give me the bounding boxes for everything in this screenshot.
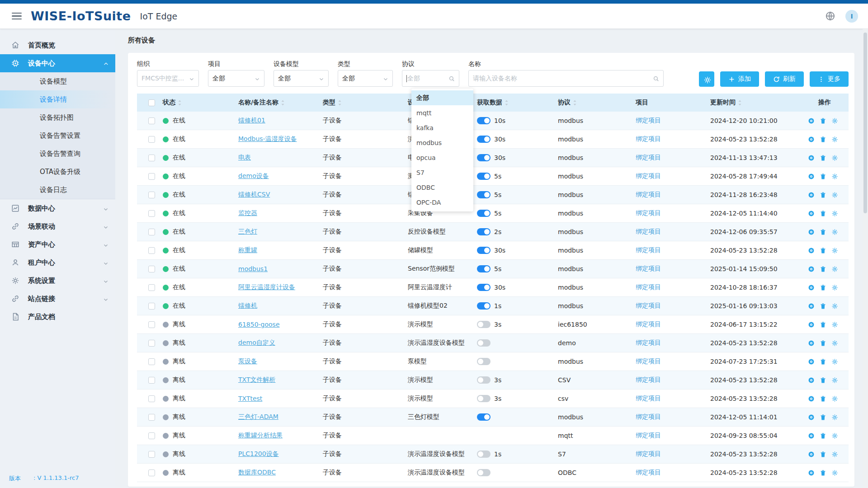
device-name-link[interactable]: demo设备 <box>238 172 269 179</box>
table-settings-button[interactable] <box>699 71 714 87</box>
more-button[interactable]: 更多 <box>810 71 849 87</box>
get-data-toggle[interactable] <box>477 154 491 161</box>
column-header[interactable]: 更新时间 <box>710 99 807 107</box>
view-icon[interactable] <box>808 229 815 235</box>
view-icon[interactable] <box>808 414 815 421</box>
row-checkbox[interactable] <box>148 395 155 402</box>
scrollbar-thumb[interactable] <box>863 33 867 213</box>
sidebar-item-7[interactable]: 站点链接 <box>0 290 115 308</box>
view-icon[interactable] <box>808 340 815 347</box>
device-name-link[interactable]: 泵设备 <box>238 357 257 365</box>
bind-project-link[interactable]: 绑定项目 <box>636 376 661 383</box>
filter-select[interactable]: 全部 <box>402 70 459 87</box>
bind-project-link[interactable]: 绑定项目 <box>636 413 661 420</box>
sidebar-item-2[interactable]: 数据中心 <box>0 199 115 217</box>
column-header[interactable]: 状态 <box>163 99 238 107</box>
view-icon[interactable] <box>808 284 815 291</box>
column-header[interactable]: 协议 <box>558 99 636 107</box>
delete-icon[interactable] <box>820 266 826 272</box>
get-data-toggle[interactable] <box>477 469 491 476</box>
sidebar-subitem[interactable]: 设备模型 <box>0 72 115 90</box>
row-checkbox[interactable] <box>148 358 155 365</box>
sort-icon[interactable] <box>281 99 285 106</box>
device-name-link[interactable]: 电表 <box>238 154 251 161</box>
filter-select[interactable]: 全部 <box>338 70 393 87</box>
get-data-toggle[interactable] <box>477 450 491 458</box>
avatar[interactable]: I <box>845 10 858 23</box>
delete-icon[interactable] <box>820 321 826 328</box>
dropdown-option[interactable]: kafka <box>411 120 473 135</box>
sidebar-subitem[interactable]: 设备拓扑图 <box>0 108 115 127</box>
sidebar-subitem[interactable]: 设备详情 <box>0 90 115 108</box>
delete-icon[interactable] <box>820 192 826 198</box>
bind-project-link[interactable]: 绑定项目 <box>636 302 661 309</box>
delete-icon[interactable] <box>820 210 826 217</box>
select-all-checkbox[interactable] <box>148 99 155 106</box>
sidebar-item-1[interactable]: 设备中心 <box>0 54 115 72</box>
dropdown-option[interactable]: S7 <box>411 165 473 180</box>
sidebar-subitem[interactable]: 设备告警设置 <box>0 127 115 145</box>
view-icon[interactable] <box>808 395 815 402</box>
add-button[interactable]: 添加 <box>720 71 759 87</box>
device-name-link[interactable]: 监控器 <box>238 209 257 216</box>
settings-icon[interactable] <box>831 432 838 439</box>
get-data-toggle[interactable] <box>477 413 491 421</box>
bind-project-link[interactable]: 绑定项目 <box>636 450 661 457</box>
settings-icon[interactable] <box>831 358 838 365</box>
device-name-link[interactable]: modbus1 <box>238 265 268 272</box>
delete-icon[interactable] <box>820 469 826 476</box>
view-icon[interactable] <box>808 358 815 365</box>
sidebar-item-6[interactable]: 系统设置 <box>0 272 115 290</box>
view-icon[interactable] <box>808 117 815 124</box>
sidebar-item-3[interactable]: 场景联动 <box>0 217 115 235</box>
device-name-link[interactable]: 三色灯-ADAM <box>238 413 278 420</box>
row-checkbox[interactable] <box>148 136 155 143</box>
dropdown-option[interactable]: ODBC <box>411 180 473 195</box>
bind-project-link[interactable]: 绑定项目 <box>636 320 661 328</box>
sidebar-subitem[interactable]: OTA设备升级 <box>0 163 115 181</box>
dropdown-option[interactable]: mqtt <box>411 105 473 120</box>
get-data-toggle[interactable] <box>477 358 491 365</box>
row-checkbox[interactable] <box>148 117 155 124</box>
row-checkbox[interactable] <box>148 247 155 254</box>
row-checkbox[interactable] <box>148 377 155 384</box>
get-data-toggle[interactable] <box>477 339 491 347</box>
view-icon[interactable] <box>808 247 815 254</box>
row-checkbox[interactable] <box>148 229 155 235</box>
delete-icon[interactable] <box>820 377 826 384</box>
bind-project-link[interactable]: 绑定项目 <box>636 394 661 402</box>
delete-icon[interactable] <box>820 395 826 402</box>
delete-icon[interactable] <box>820 303 826 310</box>
delete-icon[interactable] <box>820 247 826 254</box>
bind-project-link[interactable]: 绑定项目 <box>636 117 661 124</box>
settings-icon[interactable] <box>831 321 838 328</box>
bind-project-link[interactable]: 绑定项目 <box>636 228 661 235</box>
delete-icon[interactable] <box>820 155 826 161</box>
view-icon[interactable] <box>808 303 815 310</box>
view-icon[interactable] <box>808 155 815 161</box>
device-name-link[interactable]: 阿里云温湿度计设备 <box>238 283 295 291</box>
row-checkbox[interactable] <box>148 266 155 272</box>
row-checkbox[interactable] <box>148 210 155 217</box>
sidebar-item-5[interactable]: 租户中心 <box>0 253 115 272</box>
view-icon[interactable] <box>808 432 815 439</box>
dropdown-option[interactable]: OPC-DA <box>411 195 473 210</box>
row-checkbox[interactable] <box>148 155 155 161</box>
settings-icon[interactable] <box>831 340 838 347</box>
column-header[interactable]: 名称/备注名称 <box>238 99 323 107</box>
vertical-scrollbar[interactable] <box>863 29 868 488</box>
device-name-link[interactable]: TXTtest <box>238 395 262 402</box>
get-data-toggle[interactable] <box>477 284 491 291</box>
delete-icon[interactable] <box>820 173 826 180</box>
delete-icon[interactable] <box>820 284 826 291</box>
view-icon[interactable] <box>808 451 815 458</box>
device-name-link[interactable]: TXT文件解析 <box>238 376 275 383</box>
device-name-link[interactable]: Modbus-温湿度设备 <box>238 135 297 142</box>
view-icon[interactable] <box>808 210 815 217</box>
get-data-toggle[interactable] <box>477 173 491 180</box>
bind-project-link[interactable]: 绑定项目 <box>636 135 661 142</box>
bind-project-link[interactable]: 绑定项目 <box>636 209 661 216</box>
settings-icon[interactable] <box>831 469 838 476</box>
settings-icon[interactable] <box>831 229 838 235</box>
row-checkbox[interactable] <box>148 451 155 458</box>
